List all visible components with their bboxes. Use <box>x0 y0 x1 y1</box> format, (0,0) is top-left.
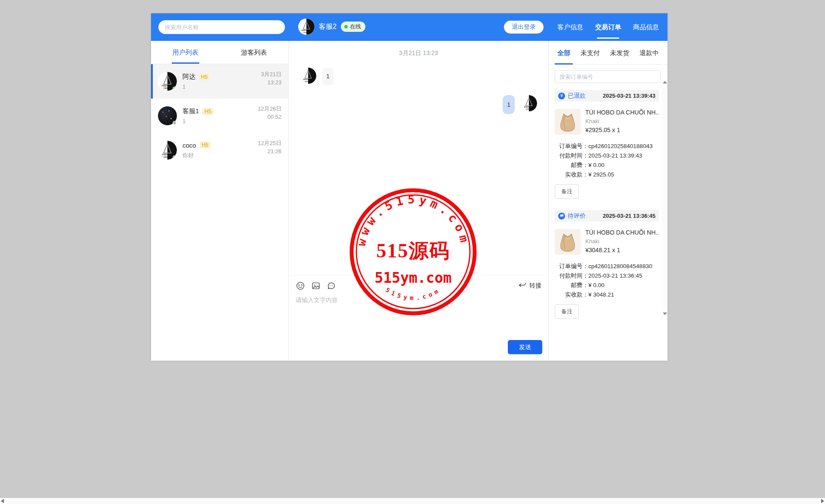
tab-unpaid[interactable]: 未支付 <box>581 41 600 65</box>
shipping-fee: ¥ 0.00 <box>588 281 605 290</box>
svg-text:DREAM: DREAM <box>164 156 171 158</box>
order-product[interactable]: TÚI HOBO DA CHUỐI NH... Khaki ¥2925.05 x… <box>555 109 659 135</box>
transfer-label: 转接 <box>529 282 541 290</box>
agent-avatar: AMERICAN DREAM <box>298 19 315 35</box>
scroll-up-icon[interactable] <box>663 81 667 83</box>
order-field-row: 订单编号： cp426011280084548830 <box>555 262 659 271</box>
order-search-input[interactable] <box>555 70 661 83</box>
message-bubble: 1 <box>322 68 334 85</box>
transfer-button[interactable]: 转接 <box>518 282 541 290</box>
payment-time: 2025-03-21 13:36:45 <box>588 271 642 281</box>
sidebar-tabs: 用户列表 游客列表 <box>151 41 288 64</box>
order-list: ¥ 已退款 2025-03-21 13:39:43 <box>549 85 667 330</box>
order-product[interactable]: TÚI HOBO DA CHUỐI NH... Khaki ¥3048.21 x… <box>555 229 659 255</box>
review-status-icon <box>558 213 565 220</box>
nav-product-info[interactable]: 商品信息 <box>633 13 659 41</box>
scroll-right-icon[interactable] <box>821 499 824 503</box>
nav-trade-orders[interactable]: 交易订单 <box>595 13 621 41</box>
emoji-icon[interactable] <box>296 281 305 291</box>
american-dream-logo-icon: AMERICAN DREAM <box>300 68 316 84</box>
logout-button[interactable]: 退出登录 <box>504 21 544 34</box>
chat-date-label: 3月21日 13:23 <box>289 49 548 57</box>
product-title: TÚI HOBO DA CHUỐI NH... <box>585 109 659 116</box>
order-number: cp426011280084548830 <box>588 262 652 271</box>
product-variant: Khaki <box>585 238 659 244</box>
chat-toolbar: 转接 <box>296 281 541 291</box>
offline-dot-icon <box>173 121 176 125</box>
last-message-time: 3月21日 13:23 <box>261 70 281 87</box>
order-status: ¥ 已退款 <box>558 92 586 100</box>
tab-refunding[interactable]: 退款中 <box>640 41 659 65</box>
order-status: 待评价 <box>558 212 586 220</box>
order-field-row: 实收款： ¥ 3048.21 <box>555 290 659 300</box>
payment-time: 2025-03-21 13:39:43 <box>588 151 642 161</box>
order-field-row: 邮费： ¥ 0.00 <box>555 161 659 170</box>
image-upload-icon[interactable] <box>311 281 321 291</box>
tab-all-orders[interactable]: 全部 <box>557 41 570 65</box>
message-input[interactable] <box>296 297 541 340</box>
user-search-input[interactable] <box>158 20 285 34</box>
order-timestamp: 2025-03-21 13:39:43 <box>603 93 655 99</box>
note-button[interactable]: 备注 <box>555 184 579 199</box>
order-field-row: 付款时间： 2025-03-21 13:39:43 <box>555 151 659 161</box>
customer-avatar: AMERICAN DREAM <box>300 68 316 84</box>
american-dream-logo-icon: AMERICAN DREAM <box>521 95 537 111</box>
outgoing-message-row: 1 AMERICAN DREAM <box>289 95 548 114</box>
product-title: TÚI HOBO DA CHUỐI NH... <box>585 229 659 236</box>
refund-status-icon: ¥ <box>558 93 565 99</box>
send-button[interactable]: 发送 <box>508 340 542 354</box>
chat-area: 3月21日 13:23 AMERICAN DREAM 1 1 <box>289 41 548 361</box>
last-message: 1 <box>182 83 261 90</box>
order-timestamp: 2025-03-21 13:36:45 <box>603 213 655 219</box>
nav-customer-info[interactable]: 客户信息 <box>557 13 583 41</box>
scroll-left-icon[interactable] <box>1 499 4 503</box>
last-message-time: 12月25日 21:26 <box>258 139 281 155</box>
customer-service-app: AMERICAN DREAM 客服2 在线 退出登录 客户信息 交易订单 商品信… <box>151 13 667 361</box>
status-badge: 在线 <box>341 22 365 32</box>
quick-reply-icon[interactable] <box>327 281 336 291</box>
tab-unshipped[interactable]: 未发货 <box>610 41 629 65</box>
order-field-row: 订单编号： cp426012025840188043 <box>555 142 659 151</box>
page-horizontal-scrollbar[interactable] <box>0 498 825 504</box>
user-list-item[interactable]: AMERICAN DREAM coco H5 你好 12月25日 21:26 <box>151 133 288 167</box>
last-message: 你好 <box>182 152 258 159</box>
svg-text:DREAM: DREAM <box>525 108 532 110</box>
tab-user-list[interactable]: 用户列表 <box>151 41 220 64</box>
channel-badge: H5 <box>200 142 210 148</box>
order-card: ¥ 已退款 2025-03-21 13:39:43 <box>555 90 659 199</box>
user-avatar <box>158 106 177 125</box>
online-label: 在线 <box>350 23 361 31</box>
channel-badge: H5 <box>202 108 213 115</box>
user-list-item[interactable]: AMERICAN DREAM 阿达 H5 1 3月21日 13:23 <box>151 64 288 99</box>
scroll-down-icon[interactable] <box>663 312 667 315</box>
user-name: 客服1 <box>182 107 199 115</box>
last-message-time: 12月26日 00:52 <box>258 105 281 121</box>
tab-guest-list[interactable]: 游客列表 <box>220 41 289 64</box>
user-avatar: AMERICAN DREAM <box>158 72 177 91</box>
amount-received: ¥ 3048.21 <box>588 290 614 300</box>
last-message: 1 <box>182 118 258 124</box>
hobo-bag-icon <box>555 229 581 255</box>
order-field-row: 付款时间： 2025-03-21 13:36:45 <box>555 271 659 281</box>
user-avatar: AMERICAN DREAM <box>158 141 177 160</box>
message-bubble: 1 <box>503 95 515 114</box>
agent-info: AMERICAN DREAM 客服2 在线 <box>298 19 365 35</box>
shipping-fee: ¥ 0.00 <box>588 161 605 170</box>
orders-panel: 全部 未支付 未发货 退款中 ¥ 已退款 2025-03-21 13:39:43 <box>548 41 667 361</box>
product-price-qty: ¥3048.21 x 1 <box>585 247 659 254</box>
order-tabs: 全部 未支付 未发货 退款中 <box>549 41 667 65</box>
svg-text:DREAM: DREAM <box>303 31 310 34</box>
note-button[interactable]: 备注 <box>555 304 579 319</box>
order-card-header: ¥ 已退款 2025-03-21 13:39:43 <box>555 90 659 102</box>
hobo-bag-icon <box>555 109 581 135</box>
channel-badge: H5 <box>199 74 210 80</box>
order-search <box>555 70 661 83</box>
order-card: 待评价 2025-03-21 13:36:45 <box>555 210 659 319</box>
agent-avatar: AMERICAN DREAM <box>521 95 537 111</box>
orders-scrollbar[interactable] <box>662 80 667 316</box>
offline-dot-icon <box>173 155 176 159</box>
user-name: coco <box>182 142 196 149</box>
user-list-item[interactable]: 客服1 H5 1 12月26日 00:52 <box>151 99 288 133</box>
product-variant: Khaki <box>585 118 659 124</box>
chat-input-area: 转接 发送 <box>289 275 548 361</box>
